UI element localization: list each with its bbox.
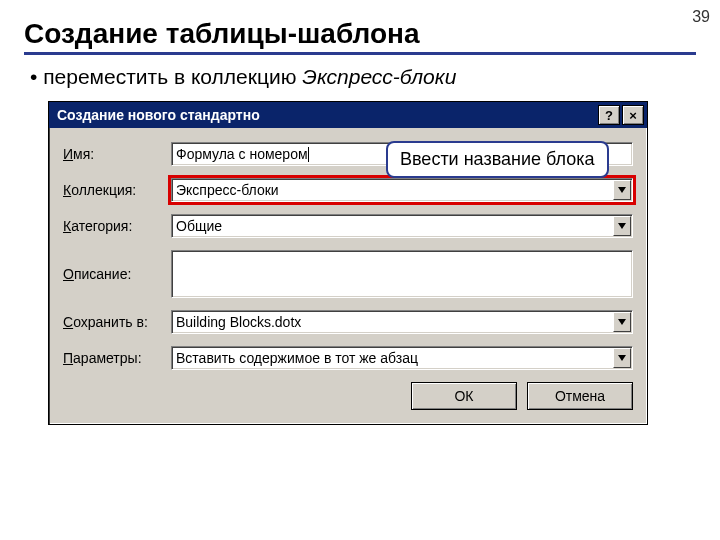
label-savein: Сохранить в: (63, 314, 171, 330)
dialog-titlebar: Создание нового стандартно ? × (49, 102, 647, 128)
chevron-down-icon[interactable] (613, 312, 631, 332)
help-button[interactable]: ? (598, 105, 620, 125)
label-category: Категория: (63, 218, 171, 234)
collection-dropdown[interactable]: Экспресс-блоки (171, 178, 633, 202)
label-params: Параметры: (63, 350, 171, 366)
dialog-title: Создание нового стандартно (57, 107, 596, 123)
row-params: Параметры: Вставить содержимое в тот же … (63, 346, 633, 370)
name-value: Формула с номером (176, 146, 308, 162)
chevron-down-icon[interactable] (613, 348, 631, 368)
ok-button[interactable]: ОК (411, 382, 517, 410)
row-collection: Коллекция: Экспресс-блоки (63, 178, 633, 202)
callout: Ввести название блока (386, 141, 609, 178)
label-description: Описание: (63, 266, 171, 282)
bullet-plain: переместить в коллекцию (43, 65, 302, 88)
bullet-text: • переместить в коллекцию Экспресс-блоки (30, 65, 720, 89)
label-collection: Коллекция: (63, 182, 171, 198)
label-name: Имя: (63, 146, 171, 162)
category-dropdown[interactable]: Общие (171, 214, 633, 238)
description-field[interactable] (171, 250, 633, 298)
category-value: Общие (176, 218, 222, 234)
slide-number: 39 (692, 8, 710, 26)
close-button[interactable]: × (622, 105, 644, 125)
title-divider (24, 52, 696, 55)
params-dropdown[interactable]: Вставить содержимое в тот же абзац (171, 346, 633, 370)
chevron-down-icon[interactable] (613, 180, 631, 200)
collection-value: Экспресс-блоки (176, 182, 279, 198)
button-row: ОК Отмена (63, 382, 633, 410)
row-category: Категория: Общие (63, 214, 633, 238)
savein-value: Building Blocks.dotx (176, 314, 301, 330)
cancel-button[interactable]: Отмена (527, 382, 633, 410)
row-description: Описание: (63, 250, 633, 298)
params-value: Вставить содержимое в тот же абзац (176, 350, 418, 366)
text-caret (308, 147, 309, 162)
row-savein: Сохранить в: Building Blocks.dotx (63, 310, 633, 334)
bullet-italic: Экспресс-блоки (302, 65, 456, 88)
chevron-down-icon[interactable] (613, 216, 631, 236)
slide-title: Создание таблицы-шаблона (24, 18, 720, 50)
savein-dropdown[interactable]: Building Blocks.dotx (171, 310, 633, 334)
